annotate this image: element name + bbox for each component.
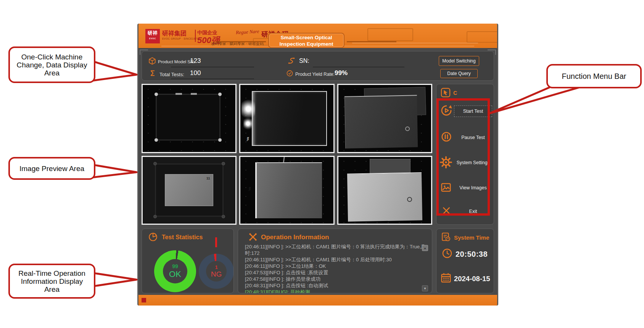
system-settings-icon [440, 156, 452, 169]
tools-icon [248, 232, 258, 242]
log-line: [20:46:11][INFO ]: >>工位1结果：OK [245, 263, 424, 269]
pause-test-label: Pause Test [453, 132, 493, 143]
preview-art [156, 94, 221, 141]
ng-donut-chart: 1 NG [199, 254, 234, 289]
logo-script: Regue Nare [236, 28, 259, 35]
preview-image-3 [337, 84, 432, 153]
product-model-label: Product Model SN: [158, 59, 195, 64]
preview-art [243, 117, 253, 130]
menu-item-view-images[interactable]: View Images [436, 179, 494, 196]
log-scroll-up-button[interactable]: ▲ [422, 245, 428, 251]
click-hand-icon [440, 87, 451, 98]
preview-art: 11 [165, 174, 213, 206]
log-line-debug: [20:48:31][DEBUG]: 开始检测 [245, 289, 424, 293]
underline [171, 78, 254, 79]
exit-icon [441, 206, 451, 216]
menu-item-pause-test[interactable]: Pause Test [436, 129, 494, 146]
preview-image-4: 11 [142, 156, 237, 225]
image-preview-area: ʃſ 11 ʃſ [142, 84, 432, 225]
operation-log[interactable]: [20:46:11][INFO ]: >>工位相机：CAM1 图片编号：0 算法… [245, 243, 424, 293]
sn-label: SN: [299, 58, 309, 64]
product-box-icon [148, 57, 156, 65]
preview-art [405, 126, 410, 131]
window-bottom-bar [138, 295, 498, 306]
start-test-label: Start Test [454, 106, 492, 117]
ng-count: 1 [215, 264, 217, 270]
ok-label: OK [169, 269, 181, 279]
ng-tick-mark [215, 237, 217, 247]
time-value: 20:50:38 [456, 250, 488, 259]
preview-image-5: ʃſ [239, 156, 334, 225]
data-display-panel: Product Model SN: 123 Total Tests: 100 S… [142, 51, 494, 81]
log-line: [20:47:58][INFO ]: 操作员登录成功 [245, 276, 424, 282]
date-query-button[interactable]: Date Query [440, 69, 478, 78]
log-line: [20:46:11][INFO ]: >>工位相机：CAM1 图片编号：0 算法… [245, 243, 424, 250]
log-line: [20:46:11][INFO ]: >>工位相机：CAM1 图片编号：0 后处… [245, 256, 424, 263]
callout-realtime-info-area: Real-Time Operation Information Display … [8, 264, 95, 299]
exit-label: Exit [453, 206, 493, 217]
app-window: 研祥EVOC 研祥集团 EVOC GROUP · SINCE1979 中国企业 … [137, 24, 498, 306]
app-title-line2: Inspection Equipment [269, 41, 344, 47]
system-settings-label: System Settings [453, 157, 493, 168]
preview-image-1 [142, 84, 237, 153]
ok-count: 99 [172, 263, 178, 269]
yield-check-icon [286, 70, 293, 77]
total-tests-value: 100 [190, 69, 201, 77]
yield-label: Product Yield Rate: [295, 72, 335, 77]
logo-divider [195, 30, 196, 42]
callout-function-menu-bar: Function Menu Bar [546, 64, 642, 88]
evoc-logo: 研祥EVOC [145, 29, 160, 43]
view-images-icon [440, 182, 452, 193]
log-scroll-down-button[interactable]: ▼ [422, 285, 428, 291]
preview-art: ʃſ [249, 186, 251, 191]
operation-title: Operation Information [261, 234, 329, 241]
preview-art [252, 91, 327, 146]
calendar-icon [440, 272, 452, 283]
system-time-icon [441, 232, 451, 242]
preview-art [255, 162, 322, 218]
system-time-title: System Time [454, 234, 489, 241]
logo-group-name: 研祥集团 [162, 30, 187, 38]
logo-group-sub: EVOC GROUP · SINCE1979 [162, 37, 198, 40]
stats-title: Test Statistics [162, 234, 203, 241]
preview-art [347, 172, 422, 222]
sn-trace-icon [286, 56, 296, 66]
yield-value: 99% [335, 69, 348, 77]
total-tests-label: Total Tests: [159, 72, 184, 77]
preview-art [242, 98, 255, 120]
ok-donut-chart: 99 OK [154, 250, 196, 292]
system-time-panel: System Time 20:50:38 2024-08-15 [436, 229, 494, 293]
underline [313, 67, 404, 67]
preview-art [345, 95, 418, 148]
log-line: [20:47:53][INFO ]: 点击按钮 :系统设置 [245, 269, 424, 276]
circuit-decoration [367, 28, 413, 41]
menu-header-label: C [453, 90, 457, 96]
pie-chart-icon [148, 232, 158, 242]
operation-information-panel: Operation Information [20:46:11][INFO ]:… [238, 229, 432, 293]
bottom-logo-mark [142, 298, 146, 302]
circuit-decoration [467, 31, 498, 43]
model-switching-button[interactable]: Model Switching [439, 56, 479, 66]
underline [171, 67, 254, 67]
preview-image-2: ʃſ [239, 84, 334, 153]
clock-icon [442, 248, 452, 259]
menu-item-start-test[interactable]: Start Test [436, 102, 494, 119]
ng-label: NG [211, 270, 222, 278]
test-statistics-panel: Test Statistics 99 OK 1 NG [142, 229, 234, 293]
view-images-label: View Images [453, 182, 493, 193]
app-title-badge: Small-Screen Optical Inspection Equipmen… [268, 33, 345, 48]
function-menu-panel: C Start Test Pause Test [436, 84, 494, 225]
callout-data-display-area: One-Click Machine Change, Data Display A… [8, 46, 95, 83]
product-model-value: 123 [190, 57, 201, 65]
app-header: 研祥EVOC 研祥集团 EVOC GROUP · SINCE1979 中国企业 … [138, 24, 498, 48]
preview-art [407, 197, 412, 202]
sigma-icon [149, 69, 156, 77]
log-line: [20:48:31][INFO ]: 点击按钮 :自动测试 [245, 282, 424, 289]
callout-image-preview-area: Image Preview Area [8, 157, 95, 180]
date-value: 2024-08-15 [454, 275, 490, 283]
menu-item-system-settings[interactable]: System Settings [436, 154, 494, 171]
pause-test-icon [441, 131, 452, 142]
preview-image-6 [337, 156, 432, 225]
start-test-icon [440, 104, 452, 117]
menu-item-exit[interactable]: Exit [436, 203, 494, 220]
